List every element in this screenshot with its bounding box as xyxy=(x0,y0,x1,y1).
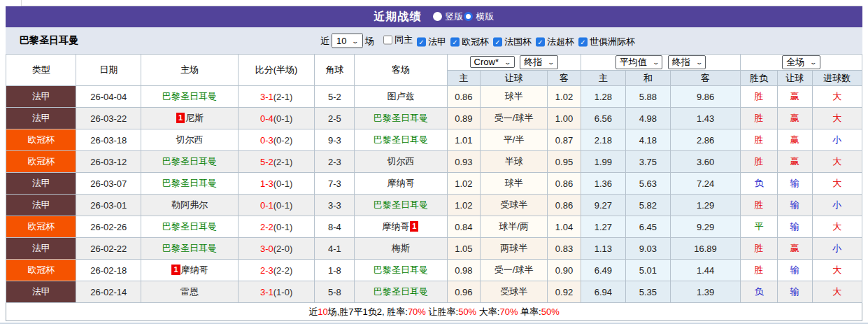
checkbox-checked-icon[interactable]: ✓ xyxy=(417,37,426,46)
summary-segment: 50% xyxy=(458,307,476,317)
away-team-cell: 切尔西 xyxy=(355,151,447,173)
team-name: 巴黎圣日耳曼 xyxy=(373,265,428,275)
team-name: 摩纳哥 xyxy=(382,221,409,232)
fulltime-score: 0-4 xyxy=(260,113,273,124)
summary-segment: 大率: xyxy=(476,307,499,317)
match-count-select[interactable]: 10 ⌄ xyxy=(332,34,363,48)
crow-home-odds-cell: 0.86 xyxy=(447,86,481,108)
halftime-score: (0-1) xyxy=(273,178,292,189)
crow-handicap-cell: 受一/球半 xyxy=(481,108,548,129)
col-outcome: 胜负 xyxy=(741,71,778,86)
radio-button-icon[interactable] xyxy=(464,12,473,21)
filter-checkbox-item[interactable]: ✓欧冠杯 xyxy=(450,36,489,48)
crow-source-select[interactable]: Crow*⌄ xyxy=(470,56,515,68)
filter-checkbox-item[interactable]: ✓法国杯 xyxy=(493,36,532,48)
checkbox-checked-icon[interactable]: ✓ xyxy=(493,37,502,46)
goals-result-cell: 大 xyxy=(812,216,862,238)
filter-checkbox-item[interactable]: ✓法超杯 xyxy=(536,36,574,48)
score-cell: 3-1(2-1) xyxy=(238,86,315,108)
team-name: 摩纳哥 xyxy=(181,265,208,275)
league-checkbox-group: 同主✓法甲✓欧冠杯✓法国杯✓法超杯✓世俱洲际杯 xyxy=(376,34,635,48)
crow-handicap-cell: 球半 xyxy=(481,173,548,195)
crow-home-odds-cell: 1.01 xyxy=(447,129,481,151)
layout-radio-unselected[interactable]: 竖版 xyxy=(433,10,464,23)
table-row: 法甲26-03-221尼斯0-4(0-1)2-5巴黎圣日耳曼0.89受一/球半1… xyxy=(6,108,862,129)
crow-away-odds-cell: 0.87 xyxy=(548,129,581,151)
corner-cell: 3-3 xyxy=(315,195,355,216)
checkbox-checked-icon[interactable]: ✓ xyxy=(578,37,588,46)
handicap-result-cell: 输 xyxy=(777,173,812,195)
crow-away-odds-cell: 0.95 xyxy=(548,151,581,173)
away-team-cell: 巴黎圣日耳曼 xyxy=(355,195,447,216)
checkbox-label: 法超杯 xyxy=(547,36,574,48)
crow-period-select[interactable]: 终指⌄ xyxy=(520,55,558,69)
crow-handicap-cell: 平/半 xyxy=(481,129,548,151)
goals-result-cell: 小 xyxy=(812,238,862,260)
away-team-cell: 摩纳哥 xyxy=(355,173,447,195)
crow-away-odds-cell: 0.86 xyxy=(548,173,581,195)
league-type-cell: 欧冠杯 xyxy=(6,151,76,173)
radio-button-icon[interactable] xyxy=(433,12,442,21)
score-cell: 2-2(0-1) xyxy=(238,216,315,238)
avg-draw-cell: 5.63 xyxy=(625,173,670,195)
away-team-cell: 巴黎圣日耳曼 xyxy=(355,260,447,281)
avg-away-cell: 16.89 xyxy=(670,238,740,260)
filter-checkbox-item[interactable]: ✓世俱洲际杯 xyxy=(578,36,635,48)
chevron-down-icon: ⌄ xyxy=(652,59,660,66)
fulltime-score: 0-1 xyxy=(260,200,273,211)
crow-home-odds-cell: 0.89 xyxy=(447,108,481,129)
match-count-value: 10 xyxy=(336,36,346,46)
score-cell: 2-3(2-2) xyxy=(238,260,315,281)
col-type: 类型 xyxy=(6,55,76,86)
away-team-cell: 梅斯 xyxy=(355,238,447,260)
corner-cell: 8-4 xyxy=(315,216,355,238)
handicap-result-cell: 赢 xyxy=(777,129,812,151)
corner-cell: 5-8 xyxy=(315,281,355,303)
scope-value: 全场 xyxy=(786,56,804,69)
red-rank-badge: 1 xyxy=(176,113,185,123)
layout-radio-selected[interactable]: 横版 xyxy=(464,10,495,23)
avg-away-cell: 9.86 xyxy=(670,86,740,108)
league-type-cell: 法甲 xyxy=(6,281,76,303)
table-row: 欧冠杯26-03-12巴黎圣日耳曼5-2(2-1)2-3切尔西0.93半球0.9… xyxy=(6,151,862,173)
col-away: 客场 xyxy=(355,55,447,86)
col-goals: 进球数 xyxy=(812,71,862,86)
score-cell: 0-4(0-1) xyxy=(238,108,315,129)
scope-select[interactable]: 全场⌄ xyxy=(782,55,820,69)
avg-period-value: 终指 xyxy=(672,56,690,69)
crow-home-odds-cell: 1.05 xyxy=(447,238,481,260)
score-cell: 0-3(0-2) xyxy=(238,129,315,151)
home-team-cell: 1摩纳哥 xyxy=(141,260,239,281)
score-cell: 3-1(1-0) xyxy=(238,281,315,303)
handicap-result-cell: 赢 xyxy=(777,86,812,108)
avg-away-cell: 9.29 xyxy=(670,216,740,238)
col-crow-home: 主 xyxy=(447,71,481,86)
checkbox-label: 法甲 xyxy=(428,36,446,48)
away-team-cell: 图卢兹 xyxy=(355,86,447,108)
summary-segment: 单率: xyxy=(518,307,541,317)
top-strip xyxy=(0,0,868,6)
checkbox-label: 同主 xyxy=(394,34,413,46)
team-name: 巴黎圣日耳曼 xyxy=(373,134,428,145)
away-team-cell: 巴黎圣日耳曼 xyxy=(355,129,447,151)
away-team-cell: 摩纳哥1 xyxy=(355,216,447,238)
table-row: 法甲26-02-22巴黎圣日耳曼3-0(2-0)4-1梅斯1.05两球半0.83… xyxy=(6,238,862,260)
goals-result-cell: 大 xyxy=(812,173,862,195)
team-name: 巴黎圣日耳曼 xyxy=(373,113,428,123)
avg-home-cell: 1.13 xyxy=(581,238,625,260)
avg-period-select[interactable]: 终指⌄ xyxy=(668,55,706,69)
avg-source-select[interactable]: 平均值⌄ xyxy=(616,55,663,69)
checkbox-checked-icon[interactable]: ✓ xyxy=(450,37,460,46)
crow-home-odds-cell: 1.02 xyxy=(447,173,481,195)
handicap-result-cell: 赢 xyxy=(777,238,812,260)
checkbox-checked-icon[interactable]: ✓ xyxy=(536,37,545,46)
results-tbody: 法甲26-04-04巴黎圣日耳曼3-1(2-1)5-2图卢兹0.86球半1.02… xyxy=(6,86,862,303)
league-type-cell: 法甲 xyxy=(6,173,76,195)
match-date-cell: 26-03-01 xyxy=(76,195,141,216)
filter-checkbox-item[interactable]: 同主 xyxy=(383,34,413,46)
avg-home-cell: 6.94 xyxy=(581,281,625,303)
filter-checkbox-item[interactable]: ✓法甲 xyxy=(417,36,446,48)
checkbox-unchecked-icon[interactable] xyxy=(383,35,392,44)
halftime-score: (0-1) xyxy=(273,222,292,232)
table-row: 法甲26-03-01勒阿弗尔0-1(0-1)3-3巴黎圣日耳曼1.02受球半0.… xyxy=(6,195,862,216)
